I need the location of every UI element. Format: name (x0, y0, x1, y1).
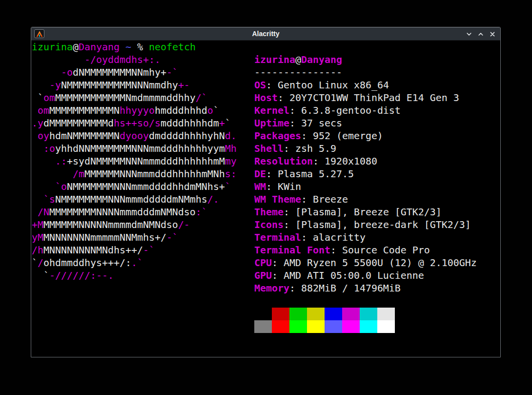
gentoo-ascii-art: -/oyddmdhs+:. -odNMMMMMMMMNNmhy+-` -yNMM… (32, 54, 237, 282)
alacritty-logo-icon[interactable] (34, 29, 44, 38)
chevron-up-icon (477, 31, 484, 38)
prompt-line: izurina@Danyang ~ % neofetch (32, 41, 196, 54)
palette-swatch (377, 320, 395, 333)
palette-row (254, 320, 395, 333)
palette-swatch (272, 320, 289, 333)
desktop: Alacritty (0, 0, 532, 395)
palette-swatch (342, 308, 360, 320)
close-icon (489, 31, 496, 38)
palette-swatch (307, 308, 325, 320)
terminal[interactable]: izurina@Danyang ~ % neofetch -/oyddmdhs+… (31, 41, 500, 357)
palette-swatch (254, 320, 272, 333)
close-button[interactable] (488, 30, 497, 39)
palette-swatch (325, 320, 342, 333)
palette-swatch (307, 320, 325, 333)
palette-swatch (360, 320, 377, 333)
palette-row (254, 308, 395, 320)
palette-swatch (289, 320, 307, 333)
palette-swatch (289, 308, 307, 320)
palette-swatch (325, 308, 342, 320)
maximize-button[interactable] (476, 30, 485, 39)
chevron-down-icon (466, 31, 472, 38)
palette-swatch (360, 308, 377, 320)
palette-swatch (377, 308, 395, 320)
alacritty-logo-glyph (36, 31, 43, 37)
palette-swatch (272, 308, 289, 320)
color-palette (254, 308, 395, 333)
system-info: izurina@Danyang --------------- OS: Gent… (254, 54, 477, 295)
palette-swatch (342, 320, 360, 333)
window-controls (465, 27, 497, 41)
alacritty-window: Alacritty (31, 27, 501, 357)
window-title: Alacritty (31, 30, 500, 38)
titlebar[interactable]: Alacritty (31, 27, 500, 41)
palette-swatch (254, 308, 272, 320)
minimize-button[interactable] (465, 30, 473, 39)
